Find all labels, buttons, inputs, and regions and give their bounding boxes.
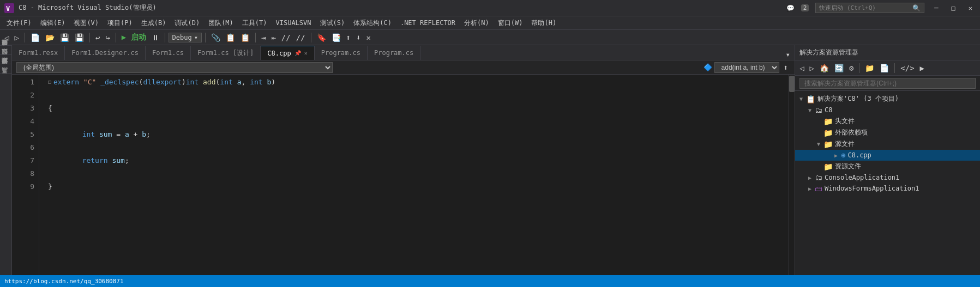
maximize-button[interactable]: □ [948, 4, 959, 12]
toolbar-redo[interactable]: ↪ [103, 32, 112, 43]
code-line-4 [48, 115, 788, 128]
toolbar-save[interactable]: 💾 [73, 32, 86, 43]
toolbar-new[interactable]: 📄 [28, 32, 42, 43]
toolbar-forward[interactable]: ▷ [12, 32, 21, 43]
line-num-7: 7 [12, 154, 34, 167]
tree-source-folder[interactable]: ▼ 📁 源文件 [795, 138, 980, 150]
se-show-files-btn[interactable]: 📄 [877, 63, 891, 74]
menu-debug[interactable]: 调试(D) [170, 17, 204, 29]
tab-pin-icon[interactable]: 📌 [294, 50, 301, 56]
debug-mode-dropdown[interactable]: Debug ▾ [169, 33, 202, 42]
menu-tools[interactable]: 工具(T) [238, 17, 272, 29]
toolbar-sep2 [89, 33, 90, 42]
tab-c8-cpp[interactable]: C8.cpp 📌 ✕ [261, 46, 314, 60]
toolbar-item2[interactable]: 📋 [238, 32, 252, 43]
code-content[interactable]: ⊟extern "C" _declspec(dllexport)int add(… [39, 75, 788, 287]
c8cpp-icon: ⊕ [841, 151, 845, 160]
tab-form1-resx[interactable]: Form1.resx [12, 46, 65, 60]
se-new-folder-btn[interactable]: 📁 [863, 63, 876, 74]
menu-architecture[interactable]: 体系结构(C) [349, 17, 396, 29]
toolbar-next-bookmark[interactable]: ⬇ [354, 32, 363, 43]
menu-visualsvn[interactable]: VISUALSVN [272, 18, 316, 28]
menu-window[interactable]: 窗口(W) [494, 17, 527, 29]
tab-list-button[interactable]: ▾ [784, 49, 792, 60]
se-code-view-btn[interactable]: </> [898, 63, 916, 74]
toolbar-open[interactable]: 📂 [43, 32, 57, 43]
line-num-9: 9 [12, 180, 34, 193]
sidebar-tab-datasource[interactable]: 数据源 [0, 54, 11, 64]
se-forward-btn[interactable]: ▷ [807, 63, 816, 74]
tab-program-cs-2[interactable]: Program.cs [368, 46, 420, 60]
tree-solution[interactable]: ▼ 📋 解决方案'C8' (3 个项目) [795, 93, 980, 105]
winforms-label: WindowsFormsApplication1 [825, 185, 919, 192]
toolbar-undo[interactable]: ↩ [93, 32, 102, 43]
toolbar-bookmark-list[interactable]: 📑 [329, 32, 343, 43]
toolbar-sep4 [165, 33, 165, 42]
tab-form1-cs[interactable]: Form1.cs [146, 46, 191, 60]
menu-help[interactable]: 帮助(H) [527, 17, 561, 29]
toolbar-comment[interactable]: // [279, 32, 293, 43]
scope-up-icon[interactable]: ⬆ [781, 62, 790, 73]
menu-test[interactable]: 测试(S) [316, 17, 350, 29]
se-home-btn[interactable]: 🏠 [817, 63, 831, 74]
main-layout: 服务器资源管理器 数据源 解决方案资源管理器 工具箱 Form1.resx Fo… [0, 45, 980, 287]
solution-explorer-search-bar [795, 76, 980, 91]
menu-bar: 文件(F) 编辑(E) 视图(V) 项目(P) 生成(B) 调试(D) 团队(M… [0, 16, 980, 30]
toolbar-start[interactable]: ▶ ▶ 启动启动 [119, 32, 148, 44]
c8cpp-arrow: ▶ [834, 152, 838, 158]
se-settings-btn[interactable]: ⚙ [847, 63, 856, 74]
toolbar-uncomment[interactable]: // [294, 32, 308, 43]
tree-headers[interactable]: ▶ 📁 头文件 [795, 115, 980, 127]
tab-label: Form1.cs [152, 49, 184, 57]
solution-explorer-search[interactable] [799, 78, 976, 89]
toolbar-pause[interactable]: ⏸ [149, 32, 161, 43]
sidebar-tab-solution[interactable]: 解决方案资源管理器 [0, 64, 11, 73]
tree-external-deps[interactable]: ▶ 📁 外部依赖项 [795, 127, 980, 138]
tree-winforms-app[interactable]: ▶ 🗃 WindowsFormsApplication1 [795, 183, 980, 194]
notification-icon[interactable]: 💬 [786, 4, 795, 12]
tree-c8-project[interactable]: ▼ 🗂 C8 [795, 105, 980, 115]
tree-resource-folder[interactable]: ▶ 📁 资源文件 [795, 161, 980, 172]
toolbar-prev-bookmark[interactable]: ⬆ [344, 32, 353, 43]
quick-launch-search[interactable]: 快速启动 (Ctrl+Q) 🔍 [815, 3, 924, 13]
method-dropdown[interactable]: add(int a, int b) [714, 62, 779, 73]
scrollbar-thumb[interactable] [789, 76, 795, 92]
toolbar-back[interactable]: ◁ [2, 32, 11, 43]
editor-scrollbar[interactable] [788, 75, 795, 287]
solution-tree: ▼ 📋 解决方案'C8' (3 个项目) ▼ 🗂 C8 ▶ 📁 头文件 ▶ 📁 … [795, 91, 980, 287]
tab-close-icon[interactable]: ✕ [304, 50, 308, 56]
tree-console-app[interactable]: ▶ 🗂 ConsoleApplication1 [795, 172, 980, 183]
se-back-btn[interactable]: ◁ [797, 63, 806, 74]
sidebar-tab-toolbox[interactable]: 工具箱 [0, 73, 11, 82]
menu-team[interactable]: 团队(M) [204, 17, 238, 29]
toolbar-bookmark[interactable]: 🔖 [315, 32, 328, 43]
menu-file[interactable]: 文件(F) [2, 17, 36, 29]
var-a: a [237, 76, 242, 89]
toolbar-item1[interactable]: 📋 [224, 32, 237, 43]
menu-reflector[interactable]: .NET REFLECTOR [396, 18, 460, 28]
tab-form1-designer[interactable]: Form1.Designer.cs [65, 46, 146, 60]
menu-analyze[interactable]: 分析(N) [460, 17, 494, 29]
menu-edit[interactable]: 编辑(E) [36, 17, 70, 29]
tab-form1-design[interactable]: Form1.cs [设计] [191, 46, 261, 60]
toolbar-clear-bookmarks[interactable]: ✕ [364, 32, 372, 43]
toolbar-outdent[interactable]: ⇤ [269, 32, 278, 43]
toolbar-attach[interactable]: 📎 [209, 32, 223, 43]
scope-dropdown[interactable]: (全局范围) [16, 62, 333, 73]
toolbar-indent[interactable]: ⇥ [259, 32, 268, 43]
toolbar-save-all[interactable]: 💾 [58, 32, 71, 43]
menu-project[interactable]: 项目(P) [103, 17, 137, 29]
tree-c8-cpp[interactable]: ▶ ⊕ C8.cpp [795, 150, 980, 161]
menu-build[interactable]: 生成(B) [137, 17, 171, 29]
menu-view[interactable]: 视图(V) [69, 17, 103, 29]
close-button[interactable]: ✕ [965, 4, 976, 12]
se-refresh-btn[interactable]: 🔄 [832, 63, 846, 74]
tab-program-cs-1[interactable]: Program.cs [315, 46, 368, 60]
solution-arrow: ▼ [799, 96, 803, 102]
left-sidebar: 服务器资源管理器 数据源 解决方案资源管理器 工具箱 [0, 45, 12, 287]
sidebar-tab-server[interactable]: 服务器资源管理器 [0, 45, 11, 54]
minimize-button[interactable]: ─ [931, 4, 941, 12]
tab-label: Form1.Designer.cs [71, 49, 139, 57]
collapse-icon[interactable]: ⊟ [48, 76, 51, 89]
se-expand-btn[interactable]: ▶ [918, 63, 927, 74]
